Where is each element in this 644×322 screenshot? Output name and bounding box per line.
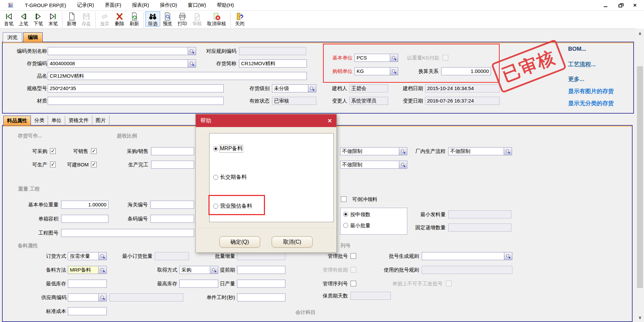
scroll-up-icon[interactable]: ∧ <box>636 30 644 37</box>
lookup-button[interactable] <box>390 67 398 75</box>
dialog-cancel-button[interactable]: 取消(C) <box>272 236 313 248</box>
cancel-audit-button[interactable]: 取消审核 <box>204 11 229 27</box>
factory-flow-combo[interactable]: 不做限制 <box>448 147 512 155</box>
link-process-flow[interactable]: 工艺流程... <box>568 61 596 68</box>
close-button[interactable]: × <box>632 2 638 8</box>
item-code-combo[interactable]: 400400008 <box>48 59 196 68</box>
subtab-unit[interactable]: 单位 <box>48 116 65 125</box>
sales-unit-combo[interactable]: KG <box>355 67 398 75</box>
dialog-radio-long-leadtime[interactable] <box>213 175 218 180</box>
first-record-button[interactable]: 首笔 <box>1 11 16 27</box>
subtab-item-attributes[interactable]: 料品属性 <box>3 116 31 125</box>
link-show-unclassified[interactable]: 显示无分类的存货 <box>568 99 614 107</box>
subtab-images[interactable]: 图片 <box>92 116 109 125</box>
menu-app[interactable]: T-GROUP ERP(E) <box>25 2 66 8</box>
tab-browse[interactable]: 浏览 <box>3 32 22 42</box>
prep-method-field[interactable]: MRP备料 <box>68 266 99 274</box>
subtab-qualification-files[interactable]: 资格文件 <box>65 116 92 125</box>
subtab-classification[interactable]: 分类 <box>31 116 48 125</box>
item-code-field[interactable]: 400400008 <box>48 59 188 68</box>
order-mode-combo[interactable]: 按需求量 <box>68 252 107 260</box>
print-button[interactable]: 打印 <box>175 11 190 27</box>
lookup-button[interactable] <box>390 54 398 62</box>
dialog-radio-mrp[interactable] <box>213 146 218 151</box>
lead-time-field[interactable] <box>237 266 285 274</box>
next-record-button[interactable]: 下笔 <box>31 11 46 27</box>
restriction-combo-2[interactable]: 不做限制 <box>340 161 407 169</box>
producible-checkbox[interactable]: ✓ <box>50 162 56 167</box>
manage-batch-checkbox[interactable] <box>351 253 356 259</box>
dialog-close-icon[interactable]: × <box>328 117 332 124</box>
manage-serial-checkbox[interactable] <box>351 281 356 286</box>
base-unit-combo[interactable]: PCS <box>355 54 398 62</box>
restore-button[interactable] <box>617 2 623 8</box>
std-cost-field[interactable] <box>68 307 107 315</box>
backflush-checkbox[interactable] <box>341 196 347 202</box>
prev-record-button[interactable]: 上笔 <box>16 11 31 27</box>
dialog-title-bar[interactable]: 帮助 × <box>196 114 336 127</box>
issue-by-request-radio[interactable] <box>343 212 348 217</box>
menu-report[interactable]: 报表(R) <box>132 2 149 8</box>
supplier-code-combo[interactable] <box>68 293 107 301</box>
menu-operation[interactable]: 操作(O) <box>160 2 177 8</box>
lookup-button[interactable] <box>399 161 407 169</box>
restriction-combo-1[interactable]: 不做限制 <box>340 147 407 155</box>
lookup-button[interactable] <box>99 293 107 301</box>
scroll-down-icon[interactable]: ∨ <box>636 314 644 321</box>
lookup-button[interactable] <box>188 47 196 55</box>
scrollbar-thumb[interactable] <box>637 66 643 288</box>
restriction-field-2[interactable]: 不做限制 <box>340 161 399 169</box>
name-field[interactable]: CR12MOV精料 <box>48 72 307 80</box>
lookup-button[interactable] <box>188 59 196 68</box>
base-weight-field[interactable]: 1.00000 <box>61 201 108 209</box>
delete-button[interactable]: 删除 <box>112 11 127 27</box>
short-name-field[interactable]: CR12MOV精料 <box>239 59 307 68</box>
link-more[interactable]: 更多... <box>568 75 584 83</box>
order-mode-field[interactable]: 按需求量 <box>68 252 99 260</box>
acquire-mode-field[interactable]: 采购 <box>179 266 210 274</box>
box-volume-field[interactable] <box>61 215 108 223</box>
production-done-field[interactable] <box>151 161 194 169</box>
code-category-combo[interactable] <box>48 47 196 55</box>
purchasable-checkbox[interactable]: ✓ <box>50 148 56 154</box>
min-batch-radio[interactable] <box>343 223 348 228</box>
lookup-button[interactable] <box>504 147 512 155</box>
link-bom[interactable]: BOM... <box>568 46 586 52</box>
filter-button[interactable]: 筛选 <box>145 11 160 27</box>
sales-unit-field[interactable]: KG <box>355 67 390 75</box>
level-field[interactable]: 未分级 <box>272 84 308 92</box>
lookup-button[interactable] <box>504 252 512 260</box>
link-show-with-images[interactable]: 显示有图片的存货 <box>568 87 614 95</box>
menu-interface[interactable]: 界面(F) <box>105 2 121 8</box>
supplier-code-field[interactable] <box>68 293 99 301</box>
batch-rule-field[interactable] <box>422 252 504 260</box>
prep-method-combo[interactable]: MRP备料 <box>68 266 107 274</box>
lookup-button[interactable] <box>99 252 107 260</box>
level-combo[interactable]: 未分级 <box>272 84 316 92</box>
customs-code-field[interactable] <box>150 201 194 209</box>
refresh-button[interactable]: 刷新 <box>127 11 142 27</box>
unit-time-field[interactable] <box>237 293 285 301</box>
dialog-option-long-leadtime-label[interactable]: 长交期备料 <box>220 174 247 181</box>
can-bom-checkbox[interactable]: ✓ <box>91 162 97 167</box>
add-button[interactable]: 新增 <box>64 11 79 27</box>
last-record-button[interactable]: 末笔 <box>46 11 60 27</box>
restriction-field-1[interactable]: 不做限制 <box>340 147 399 155</box>
tab-edit[interactable]: 编辑 <box>23 32 43 42</box>
dialog-option-mrp-label[interactable]: MRP备料 <box>220 145 243 152</box>
conversion-field[interactable]: 1.00000 <box>441 67 491 75</box>
lookup-button[interactable] <box>99 266 107 274</box>
menu-record[interactable]: 记录(R) <box>77 2 94 8</box>
min-stock-field[interactable] <box>68 280 107 288</box>
barcode-field[interactable] <box>150 215 194 223</box>
menu-window[interactable]: 窗口(W) <box>188 2 206 8</box>
minimize-button[interactable] <box>602 2 608 8</box>
lookup-button[interactable] <box>308 84 316 92</box>
preview-button[interactable]: 预览 <box>160 11 175 27</box>
dialog-ok-button[interactable]: 确定(Q) <box>219 236 260 248</box>
lookup-button[interactable] <box>399 147 407 155</box>
batch-rule-combo[interactable] <box>422 252 512 260</box>
material-field[interactable] <box>48 97 224 105</box>
vertical-scrollbar[interactable]: ∧ ∨ <box>636 29 644 322</box>
daily-output-field[interactable] <box>237 280 285 288</box>
